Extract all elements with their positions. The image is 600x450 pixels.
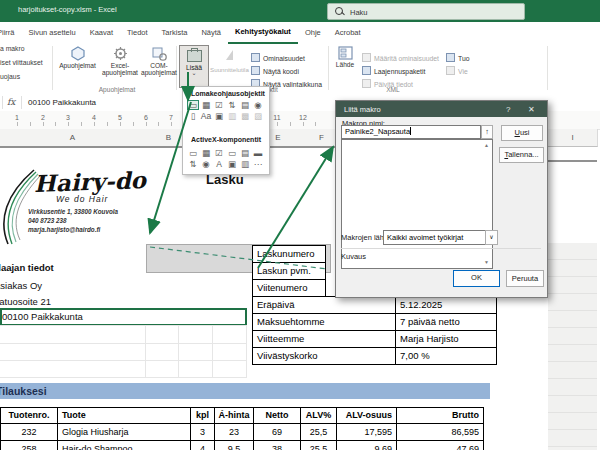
formula-bar-value[interactable]: 00100 Paikkakunta [28,98,96,107]
order-col-header[interactable]: Brutto [396,407,484,424]
tab-tarkista[interactable]: Tarkista [155,23,195,43]
invoice-row-label[interactable]: Maksuehtomme [252,313,396,331]
order-cell[interactable]: 25,5 [300,440,337,450]
activex-button-control[interactable]: ▭ [187,148,199,158]
order-cell[interactable]: Glogia Hiusharja [57,423,191,441]
tab-acrobat[interactable]: Acrobat [328,23,368,43]
order-cell[interactable]: 25,5 [300,423,337,441]
macro-name-input[interactable]: Painike2_Napsauta [341,125,481,139]
order-cell[interactable]: 38 [253,440,301,450]
invoice-row-label[interactable]: Laskun pvm. [252,262,326,280]
customer-name-cell[interactable]: Asiakas Oy [0,280,42,291]
order-cell[interactable]: 3 [190,423,215,441]
com-addins-button[interactable]: COM- apuohjelmat [139,46,179,76]
form-disabled-control[interactable]: ▥ [226,111,238,121]
invoice-row-label[interactable]: Laskunumero [252,245,326,263]
order-col-header[interactable]: kpl [190,407,215,424]
tab-ohje[interactable]: Ohje [298,23,328,43]
invoice-row-value[interactable]: Marja Harjisto [395,330,497,348]
form-disabled-control[interactable]: ▩ [239,111,251,121]
order-col-header[interactable]: Netto [253,407,301,424]
order-col-header[interactable]: Tuotenro. [0,407,58,424]
relative-references-button[interactable]: iset viittaukset [0,59,43,66]
record-macro-button[interactable]: a makro [0,45,25,52]
scroll-up-icon[interactable]: ▲ [484,142,489,148]
record-macro-dialog-button[interactable]: Tallenna... [499,147,544,163]
macro-security-button[interactable]: uojaus [0,73,20,80]
order-cell[interactable]: 86,595 [396,423,484,441]
activex-label-control[interactable]: A [213,159,225,169]
form-button-control[interactable]: ▭ [187,100,199,110]
search-input[interactable]: Haku [327,3,525,20]
activex-listbox-control[interactable]: ▤ [239,148,251,158]
export-button[interactable]: Vie [446,60,468,78]
tab-sivun-asettelu[interactable]: Sivun asettelu [22,23,83,43]
invoice-row-label[interactable]: Eräpäivä [252,296,396,314]
order-cell[interactable]: 9,5 [214,440,254,450]
activex-checkbox-control[interactable]: ☑ [213,148,225,158]
activex-textbox-control[interactable]: ▭ [226,148,238,158]
form-text-control[interactable]: Aa [200,111,212,121]
order-col-header[interactable]: ALV% [300,407,337,424]
tab-tiedot[interactable]: Tiedot [120,23,155,43]
form-label-control[interactable]: ▯ [187,111,199,121]
column-header-a[interactable]: A [0,129,146,147]
customer-header-cell[interactable]: Tilaajan tiedot [0,262,54,273]
macro-list[interactable] [341,139,493,269]
order-col-header[interactable]: ALV-osuus [336,407,397,424]
xml-source-button[interactable]: Lähde [331,46,359,68]
activex-combobox-control[interactable]: ▦ [200,148,212,158]
tab-piirra[interactable]: Piirrä [0,23,22,43]
cancel-button[interactable]: Peruuta [506,270,544,287]
close-icon[interactable]: ✕ [528,105,535,114]
form-combobox-control[interactable]: ▦ [200,100,212,110]
order-col-header[interactable]: Á-hinta [214,407,254,424]
invoice-row-value[interactable]: 7 päivää netto [395,313,497,331]
order-cell[interactable]: Hair-do Shampoo [57,440,191,450]
customer-city-cell[interactable]: 00100 Paikkakunta [2,311,83,322]
form-spinner-control[interactable]: ⇅ [226,100,238,110]
scroll-down-icon[interactable]: ▼ [484,259,489,265]
invoice-row-value[interactable]: 7,00 % [395,347,497,365]
activex-toggle-control[interactable]: ▬ [252,148,264,158]
activex-scrollbar-control[interactable]: ▥ [239,159,251,169]
new-macro-button[interactable]: Uusi [501,125,543,141]
tab-nayta[interactable]: Näytä [194,23,228,43]
macro-name-up-button[interactable]: ↑ [481,125,493,139]
order-cell[interactable]: 17,595 [336,423,397,441]
form-disabled-control[interactable]: ▨ [252,111,264,121]
order-cell[interactable]: 47,69 [396,440,484,450]
select-chevron-icon[interactable]: ∨ [485,230,498,245]
column-header-i[interactable]: I [548,129,598,147]
invoice-row-value[interactable]: 5.12.2025 [395,296,497,314]
invoice-row-label[interactable]: Viivästyskorko [252,347,396,365]
form-listbox-control[interactable]: ▤ [239,100,251,110]
form-groupbox-control[interactable]: ▣ [213,111,225,121]
activex-more-controls[interactable]: ⋯ [252,159,264,169]
order-col-header[interactable]: Tuote [57,407,191,424]
order-cell[interactable]: 69 [253,423,301,441]
order-cell[interactable]: 258 [0,440,58,450]
activex-option-control[interactable]: ◉ [200,159,212,169]
activex-image-control[interactable]: ▣ [226,159,238,169]
macros-in-select[interactable]: Kaikki avoimet työkirjat [383,230,498,245]
tab-kehitystyokalut[interactable]: Kehitystyökalut [228,22,298,44]
insert-controls-button[interactable]: Lisää ⌄ [179,45,209,88]
order-cell[interactable]: 9,69 [336,440,397,450]
activex-spinner-control[interactable]: ⇅ [187,159,199,169]
order-cell[interactable]: 4 [190,440,215,450]
order-cell[interactable]: 23 [214,423,254,441]
design-mode-button[interactable]: Suunnittelutila [209,45,250,86]
ok-button[interactable]: OK [453,270,500,287]
customer-street-cell[interactable]: Katuosoite 21 [0,296,51,307]
form-checkbox-control[interactable]: ☑ [213,100,225,110]
invoice-row-label[interactable]: Viitteemme [252,330,396,348]
excel-addins-button[interactable]: Excel- apuohjelmat [100,46,140,76]
order-cell[interactable]: 232 [0,423,58,441]
invoice-row-label[interactable]: Viitenumero [252,279,326,297]
help-icon[interactable]: ? [506,105,510,114]
dialog-title-bar[interactable]: Liitä makro ? ✕ [336,101,547,117]
addins-button[interactable]: Apuohjelmat [55,46,100,69]
form-option-control[interactable]: ◉ [252,100,264,110]
tab-kaavat[interactable]: Kaavat [83,23,120,43]
